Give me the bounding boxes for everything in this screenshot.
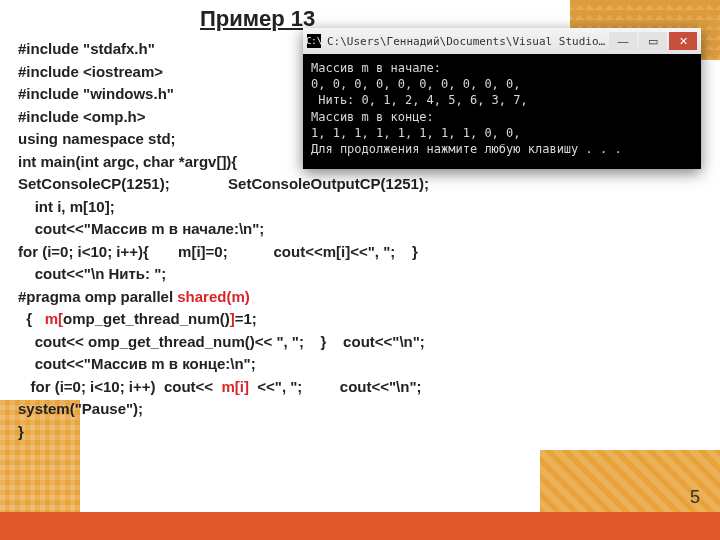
code-line: cout<< omp_get_thread_num()<< ", "; } co… [18, 333, 425, 350]
code-line: #include <iostream> [18, 63, 163, 80]
code-line: cout<<"Массив m в конце:\n"; [18, 355, 256, 372]
code-line: } [18, 423, 24, 440]
code-line: omp_get_thread_num() [63, 310, 230, 327]
code-line: system("Pause"); [18, 400, 143, 417]
console-line: Массив m в конце: [311, 110, 434, 124]
code-mi: m[i] [221, 378, 253, 395]
console-line: 1, 1, 1, 1, 1, 1, 1, 1, 0, 0, [311, 126, 521, 140]
console-line: 0, 0, 0, 0, 0, 0, 0, 0, 0, 0, [311, 77, 521, 91]
console-window: C:\ C:\Users\Геннадий\Documents\Visual S… [303, 28, 701, 169]
code-line: SetConsoleOutputCP(1251); [228, 175, 429, 192]
code-line: #include "stdafx.h" [18, 40, 155, 57]
code-shared: shared(m) [177, 288, 250, 305]
code-line: { [18, 310, 45, 327]
code-line: cout<<"\n Нить: "; [18, 265, 166, 282]
code-line: SetConsoleCP(1251); [18, 175, 170, 192]
cmd-icon: C:\ [307, 34, 321, 48]
slide-title: Пример 13 [200, 6, 315, 32]
code-line: <<", "; cout<<"\n"; [253, 378, 421, 395]
decoration-bottom-bar [0, 512, 720, 540]
console-line: Для продолжения нажмите любую клавишу . … [311, 142, 622, 156]
code-line: for (i=0; i<10; i++){ m[i]=0; cout<<m[i]… [18, 243, 418, 260]
code-line: cout<<"Массив m в начале:\n"; [18, 220, 264, 237]
close-button[interactable]: ✕ [669, 32, 697, 50]
console-path: C:\Users\Геннадий\Documents\Visual Studi… [327, 35, 609, 48]
console-titlebar[interactable]: C:\ C:\Users\Геннадий\Documents\Visual S… [303, 28, 701, 54]
code-m-open: m[ [45, 310, 63, 327]
code-line: using namespace std; [18, 130, 176, 147]
minimize-button[interactable]: — [609, 32, 637, 50]
code-line: for (i=0; i<10; i++) cout<< [18, 378, 221, 395]
console-line: Нить: 0, 1, 2, 4, 5, 6, 3, 7, [311, 93, 528, 107]
code-line: int i, m[10]; [18, 198, 115, 215]
console-output: Массив m в начале: 0, 0, 0, 0, 0, 0, 0, … [303, 54, 701, 169]
code-line: #include <omp.h> [18, 108, 146, 125]
page-number: 5 [690, 487, 700, 508]
code-line: #include "windows.h" [18, 85, 174, 102]
code-line: =1; [235, 310, 257, 327]
code-line: #pragma omp parallel [18, 288, 177, 305]
maximize-button[interactable]: ▭ [639, 32, 667, 50]
code-line: int main(int argc, char *argv[]){ [18, 153, 237, 170]
console-line: Массив m в начале: [311, 61, 441, 75]
